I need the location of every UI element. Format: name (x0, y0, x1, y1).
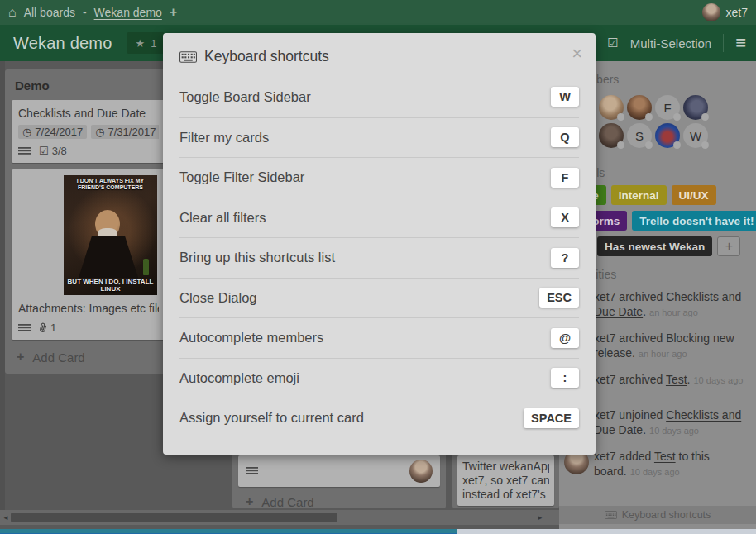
scroll-right-arrow[interactable]: ► (534, 510, 546, 525)
checklist-icon: ☑ (39, 145, 49, 157)
member-avatar[interactable] (655, 123, 680, 148)
username[interactable]: xet7 (726, 6, 748, 19)
member-avatar[interactable]: W (683, 123, 708, 148)
keyboard-icon (605, 511, 617, 519)
bottom-window-strip (0, 529, 756, 534)
header-divider (723, 34, 724, 52)
card-member-avatar[interactable] (409, 460, 433, 483)
card-attachments[interactable]: I DON'T ALWAYS FIX MY FRIEND'S COMPUTERS… (12, 169, 165, 340)
meme-bottom-text: BUT WHEN I DO, I INSTALL LINUX (64, 278, 157, 293)
shortcut-row: Clear all filtersX (179, 198, 579, 238)
add-board-button[interactable]: + (170, 5, 177, 20)
member-avatar[interactable] (599, 123, 624, 148)
card-twitter-text[interactable]: Twitter wekanApp xet7, so xet7 can inste… (457, 455, 554, 506)
member-avatar[interactable] (683, 95, 708, 120)
home-icon[interactable]: ⌂ (8, 6, 17, 19)
member-avatar[interactable] (599, 95, 624, 120)
board-tab-wekan-demo[interactable]: Wekan demo (94, 6, 162, 19)
star-count: 1 (151, 37, 156, 50)
shortcut-row: Toggle Filter SidebarF (179, 157, 579, 198)
clock-icon: ◷ (95, 126, 104, 138)
card-title: Attachments: Images etc files (18, 301, 159, 316)
activities-title: Activities (571, 268, 756, 281)
key-cap: : (551, 368, 579, 388)
attachment-badge: 1 (39, 322, 56, 334)
scrollbar-thumb[interactable] (11, 513, 337, 522)
key-cap: ESC (539, 288, 579, 308)
scroll-left-arrow[interactable]: ◄ (0, 510, 12, 525)
presence-dot (701, 113, 709, 121)
shortcut-row: Autocomplete emoji: (179, 358, 579, 398)
activity-time: 10 days ago (630, 467, 680, 477)
shortcut-list: Toggle Board SidebarW Filter my cardsQ T… (179, 77, 579, 438)
plus-icon: + (17, 350, 24, 365)
meme-bottle (143, 259, 149, 275)
due-date-badge: ◷ 7/31/2017 (91, 125, 159, 139)
activity-card-link[interactable]: Test (666, 373, 687, 386)
description-icon (18, 324, 31, 332)
paperclip-icon (38, 322, 50, 334)
card-title: Checklists and Due Date (18, 106, 159, 121)
shortcut-row: Autocomplete members@ (179, 317, 579, 358)
activity-time: an hour ago (649, 308, 698, 317)
dialog-title: Keyboard shortcuts (204, 48, 329, 65)
star-icon: ★ (135, 37, 145, 50)
member-avatar[interactable] (627, 95, 652, 120)
meme-suit (79, 236, 138, 278)
members-title: Members (571, 73, 756, 86)
horizontal-scrollbar[interactable]: ◄ ► (0, 510, 559, 525)
description-icon (246, 467, 258, 475)
keyboard-shortcuts-dialog: Keyboard shortcuts × Toggle Board Sideba… (163, 33, 596, 455)
presence-dot (673, 113, 681, 121)
hamburger-menu-icon[interactable]: ≡ (735, 34, 746, 52)
members-grid: M F M S W (571, 95, 756, 148)
shortcut-row: Bring up this shortcuts list? (179, 237, 579, 278)
add-label-button[interactable]: + (717, 236, 740, 256)
label-trello[interactable]: Trello doesn't have it! (632, 211, 756, 231)
shortcut-row: Assign yourself to current cardSPACE (179, 398, 579, 438)
label-uiux[interactable]: UI/UX (672, 185, 716, 205)
key-cap: F (551, 168, 579, 188)
presence-dot (673, 141, 681, 149)
add-card-button[interactable]: + Add Card (17, 350, 164, 365)
card-with-avatar[interactable] (238, 455, 440, 487)
keyboard-icon (179, 51, 197, 63)
presence-dot (701, 141, 709, 149)
activity-time: 10 days ago (693, 375, 743, 385)
star-board-button[interactable]: ★ 1 (127, 32, 165, 54)
breadcrumb-separator: - (83, 6, 87, 19)
activity-time: an hour ago (639, 349, 687, 359)
keyboard-shortcuts-footer[interactable]: Keyboard shortcuts (559, 506, 756, 524)
meme-top-text: I DON'T ALWAYS FIX MY FRIEND'S COMPUTERS (64, 178, 157, 191)
bottom-teal-bar (0, 529, 457, 534)
member-avatar[interactable]: F (655, 95, 680, 120)
shortcut-row: Toggle Board SidebarW (179, 77, 579, 117)
label-newest-wekan[interactable]: Has newest Wekan (597, 236, 712, 256)
add-card-button[interactable]: + Add Card (246, 494, 314, 509)
all-boards-link[interactable]: All boards (24, 6, 75, 19)
key-cap: W (551, 87, 579, 107)
shortcut-row: Close DialogESC (179, 278, 579, 318)
member-avatar[interactable]: S (627, 123, 652, 148)
description-icon (18, 147, 31, 155)
presence-dot (617, 113, 624, 121)
activity-time: 10 days ago (649, 426, 699, 436)
activity-card-link[interactable]: Test (654, 450, 676, 463)
key-cap: SPACE (524, 408, 579, 428)
user-avatar[interactable] (702, 3, 720, 21)
list-title[interactable]: Demo (15, 79, 164, 93)
label-internal[interactable]: Internal (611, 185, 667, 205)
labels-title: Labels (571, 166, 756, 179)
checklist-badge: ☑ 3/8 (39, 145, 67, 157)
shortcut-row: Filter my cardsQ (179, 117, 579, 158)
presence-dot (617, 141, 624, 149)
meme-attachment-image: I DON'T ALWAYS FIX MY FRIEND'S COMPUTERS… (64, 175, 157, 295)
plus-icon: + (246, 494, 253, 509)
presence-dot (645, 141, 653, 149)
start-date-badge: ◷ 7/24/2017 (18, 125, 87, 139)
key-cap: X (551, 207, 579, 227)
close-icon[interactable]: × (572, 45, 582, 63)
list-demo: Demo Checklists and Due Date ◷ 7/24/2017… (5, 69, 172, 374)
card-checklists-due-date[interactable]: Checklists and Due Date ◷ 7/24/2017 ◷ 7/… (12, 100, 165, 163)
multi-selection-toggle[interactable]: Multi-Selection (630, 36, 711, 50)
